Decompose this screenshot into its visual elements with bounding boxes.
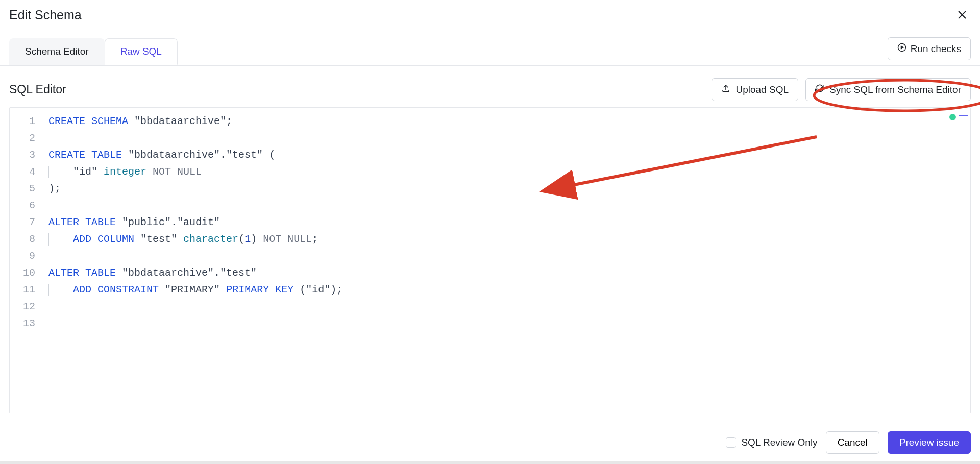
line-number: 13 xyxy=(10,315,42,332)
footer-edge xyxy=(0,461,980,464)
tabs: Schema Editor Raw SQL xyxy=(9,38,178,64)
code-line xyxy=(48,248,964,264)
sql-editor[interactable]: 12345678910111213 CREATE SCHEMA "bbdataa… xyxy=(9,107,971,413)
line-number-gutter: 12345678910111213 xyxy=(10,108,42,413)
section-row: SQL Editor Upload SQL Sync SQL from Sche… xyxy=(0,66,980,107)
close-icon xyxy=(957,9,968,20)
sync-sql-button[interactable]: Sync SQL from Schema Editor xyxy=(805,78,971,101)
tabs-row: Schema Editor Raw SQL Run checks xyxy=(0,30,980,66)
sql-review-only-checkbox[interactable]: SQL Review Only xyxy=(726,437,817,448)
code-line xyxy=(48,298,964,315)
section-actions: Upload SQL Sync SQL from Schema Editor xyxy=(712,78,971,101)
svg-marker-3 xyxy=(901,46,903,49)
preview-issue-button[interactable]: Preview issue xyxy=(888,431,971,454)
line-number: 6 xyxy=(10,197,42,214)
upload-icon xyxy=(721,84,730,95)
code-line: ALTER TABLE "bbdataarchive"."test" xyxy=(48,264,964,281)
line-number: 11 xyxy=(10,281,42,298)
code-line: ADD COLUMN "test" character(1) NOT NULL; xyxy=(48,231,964,248)
code-line xyxy=(48,197,964,214)
close-button[interactable] xyxy=(954,7,970,22)
code-line: ALTER TABLE "public"."audit" xyxy=(48,214,964,231)
code-line: ); xyxy=(48,180,964,197)
tab-raw-sql[interactable]: Raw SQL xyxy=(105,38,178,65)
tab-label: Schema Editor xyxy=(25,46,89,57)
play-circle-icon xyxy=(897,43,906,55)
code-line: CREATE SCHEMA "bbdataarchive"; xyxy=(48,113,964,130)
run-checks-button[interactable]: Run checks xyxy=(888,37,971,60)
code-line xyxy=(48,130,964,146)
tab-label: Raw SQL xyxy=(120,46,162,57)
dialog-footer: SQL Review Only Cancel Preview issue xyxy=(726,431,971,454)
code-line: ADD CONSTRAINT "PRIMARY" PRIMARY KEY ("i… xyxy=(48,281,964,298)
sql-editor-title: SQL Editor xyxy=(9,83,66,96)
code-line: CREATE TABLE "bbdataarchive"."test" ( xyxy=(48,146,964,163)
line-number: 12 xyxy=(10,298,42,315)
line-number: 5 xyxy=(10,180,42,197)
button-label: Run checks xyxy=(911,43,961,55)
code-line xyxy=(48,315,964,332)
line-number: 10 xyxy=(10,264,42,281)
sync-icon xyxy=(815,84,824,95)
checkbox-label: SQL Review Only xyxy=(741,437,817,448)
line-number: 3 xyxy=(10,146,42,163)
line-number: 8 xyxy=(10,231,42,248)
tab-schema-editor[interactable]: Schema Editor xyxy=(9,38,105,65)
upload-sql-button[interactable]: Upload SQL xyxy=(712,78,798,101)
button-label: Sync SQL from Schema Editor xyxy=(829,84,961,95)
button-label: Upload SQL xyxy=(736,84,789,95)
line-number: 2 xyxy=(10,130,42,146)
dialog-title: Edit Schema xyxy=(9,8,82,22)
line-number: 1 xyxy=(10,113,42,130)
button-label: Cancel xyxy=(838,437,868,448)
code-line: "id" integer NOT NULL xyxy=(48,163,964,180)
dialog-header: Edit Schema xyxy=(0,0,980,30)
checkbox-box-icon xyxy=(726,437,736,448)
line-number: 9 xyxy=(10,248,42,264)
line-number: 4 xyxy=(10,163,42,180)
button-label: Preview issue xyxy=(899,437,959,448)
cancel-button[interactable]: Cancel xyxy=(826,431,879,454)
code-area[interactable]: CREATE SCHEMA "bbdataarchive";CREATE TAB… xyxy=(42,108,970,413)
line-number: 7 xyxy=(10,214,42,231)
